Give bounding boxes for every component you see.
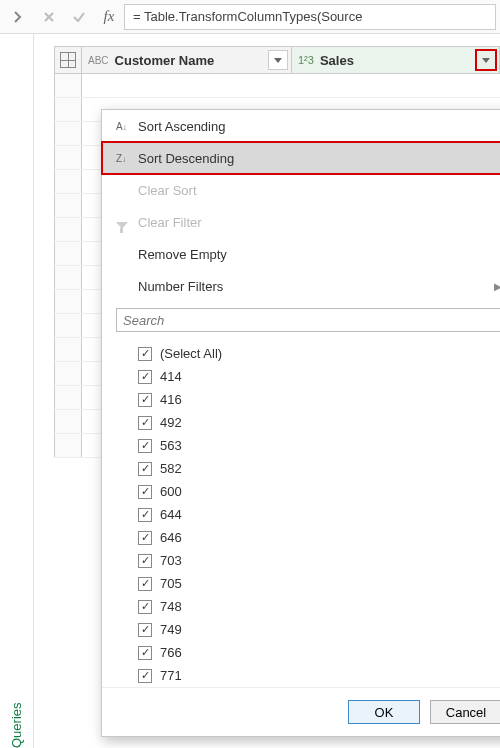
filter-value-label: 771 (160, 668, 182, 683)
filter-value-label: 748 (160, 599, 182, 614)
filter-value-label: 646 (160, 530, 182, 545)
checkbox-checked-icon: ✓ (138, 669, 152, 683)
sort-desc-icon: Z↓ (116, 153, 138, 164)
filter-value-item[interactable]: ✓582 (138, 457, 500, 480)
filter-value-item[interactable]: ✓416 (138, 388, 500, 411)
filter-value-item[interactable]: ✓644 (138, 503, 500, 526)
filter-value-label: 703 (160, 553, 182, 568)
filter-value-item[interactable]: ✓414 (138, 365, 500, 388)
checkbox-checked-icon: ✓ (138, 623, 152, 637)
filter-value-select-all[interactable]: ✓ (Select All) (138, 342, 500, 365)
filter-value-item[interactable]: ✓600 (138, 480, 500, 503)
number-filters-item[interactable]: Number Filters ▶ (102, 270, 500, 302)
cancel-formula-icon (34, 4, 64, 30)
filter-value-item[interactable]: ✓766 (138, 641, 500, 664)
chevron-down-icon (274, 58, 282, 63)
menu-label: Clear Sort (138, 183, 197, 198)
filter-value-item[interactable]: ✓705 (138, 572, 500, 595)
column-headers: ABC Customer Name 1²3 Sales (54, 46, 500, 74)
filter-value-label: 416 (160, 392, 182, 407)
remove-empty-item[interactable]: Remove Empty (102, 238, 500, 270)
column-filter-button-customer[interactable] (268, 50, 288, 70)
type-text-icon: ABC (88, 55, 109, 66)
queries-rail[interactable]: Queries (0, 34, 34, 748)
type-number-icon: 1²3 (298, 54, 314, 66)
checkbox-checked-icon: ✓ (138, 600, 152, 614)
queries-rail-label: Queries (9, 64, 24, 748)
checkbox-checked-icon: ✓ (138, 439, 152, 453)
menu-label: Clear Filter (138, 215, 202, 230)
checkbox-checked-icon: ✓ (138, 531, 152, 545)
filter-value-item[interactable]: ✓771 (138, 664, 500, 687)
cancel-button[interactable]: Cancel (430, 700, 500, 724)
filter-values-list: ✓ (Select All) ✓414✓416✓492✓563✓582✓600✓… (116, 340, 500, 687)
sort-asc-icon: A↓ (116, 121, 138, 132)
filter-value-item[interactable]: ✓703 (138, 549, 500, 572)
checkbox-checked-icon: ✓ (138, 416, 152, 430)
filter-value-label: 644 (160, 507, 182, 522)
table-icon (60, 52, 76, 68)
menu-label: Remove Empty (138, 247, 227, 262)
submenu-arrow-icon: ▶ (494, 281, 500, 292)
filter-value-item[interactable]: ✓646 (138, 526, 500, 549)
checkbox-checked-icon: ✓ (138, 577, 152, 591)
expand-panel-chevron[interactable] (0, 10, 34, 24)
filter-value-label: 414 (160, 369, 182, 384)
checkbox-checked-icon: ✓ (138, 646, 152, 660)
ok-button[interactable]: OK (348, 700, 420, 724)
formula-bar: fx = Table.TransformColumnTypes(Source (0, 0, 500, 34)
filter-value-item[interactable]: ✓492 (138, 411, 500, 434)
column-header-customer-name[interactable]: ABC Customer Name (82, 47, 292, 73)
column-header-sales[interactable]: 1²3 Sales (292, 47, 500, 73)
filter-value-label: (Select All) (160, 346, 222, 361)
table-corner-button[interactable] (54, 47, 82, 73)
filter-value-label: 749 (160, 622, 182, 637)
filter-value-item[interactable]: ✓748 (138, 595, 500, 618)
filter-value-label: 766 (160, 645, 182, 660)
formula-input[interactable]: = Table.TransformColumnTypes(Source (124, 4, 496, 30)
filter-value-item[interactable]: ✓749 (138, 618, 500, 641)
menu-label: Sort Descending (138, 151, 234, 166)
chevron-down-icon (482, 58, 490, 63)
commit-formula-icon (64, 4, 94, 30)
filter-value-label: 582 (160, 461, 182, 476)
filter-value-label: 492 (160, 415, 182, 430)
checkbox-checked-icon: ✓ (138, 508, 152, 522)
filter-value-label: 600 (160, 484, 182, 499)
menu-label: Sort Ascending (138, 119, 225, 134)
column-name-label: Sales (320, 53, 354, 68)
filter-value-label: 563 (160, 438, 182, 453)
fx-icon[interactable]: fx (94, 4, 124, 30)
column-name-label: Customer Name (115, 53, 215, 68)
filter-dropdown: A↓ Sort Ascending Z↓ Sort Descending Cle… (101, 109, 500, 737)
checkbox-checked-icon: ✓ (138, 462, 152, 476)
checkbox-checked-icon: ✓ (138, 393, 152, 407)
checkbox-checked-icon: ✓ (138, 485, 152, 499)
clear-sort-item: Clear Sort (102, 174, 500, 206)
filter-search-input[interactable] (116, 308, 500, 332)
filter-value-item[interactable]: ✓563 (138, 434, 500, 457)
clear-filter-item: Clear Filter (102, 206, 500, 238)
sort-ascending-item[interactable]: A↓ Sort Ascending (102, 110, 500, 142)
filter-value-label: 705 (160, 576, 182, 591)
checkbox-checked-icon: ✓ (138, 347, 152, 361)
sort-descending-item[interactable]: Z↓ Sort Descending (102, 142, 500, 174)
checkbox-checked-icon: ✓ (138, 370, 152, 384)
column-filter-button-sales[interactable] (475, 49, 497, 71)
checkbox-checked-icon: ✓ (138, 554, 152, 568)
menu-label: Number Filters (138, 279, 223, 294)
